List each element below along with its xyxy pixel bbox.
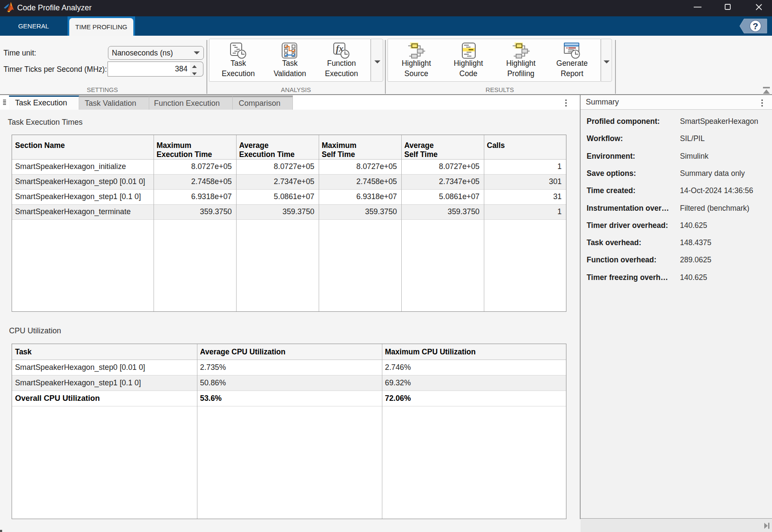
- svg-text:?: ?: [753, 21, 758, 31]
